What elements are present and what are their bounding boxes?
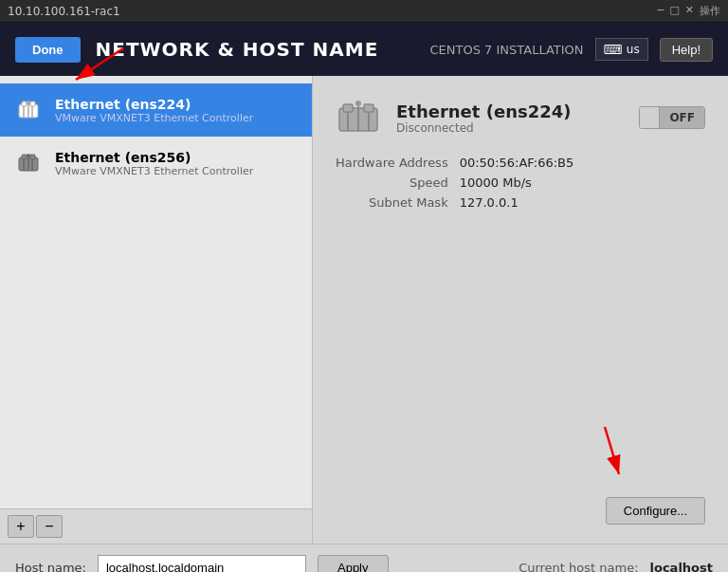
apply-button[interactable]: Apply xyxy=(318,555,389,572)
configure-arrow-svg xyxy=(567,422,643,489)
keyboard-selector[interactable]: ⌨ us xyxy=(595,38,648,61)
page-title: NETWORK & HOST NAME xyxy=(96,38,379,61)
device-icon xyxy=(336,95,381,140)
network-item-ens256[interactable]: Ethernet (ens256) VMware VMXNET3 Etherne… xyxy=(0,137,312,190)
svg-point-21 xyxy=(355,101,361,106)
toggle-off[interactable]: OFF xyxy=(660,107,704,128)
annotation-arrow-configure xyxy=(567,422,643,491)
svg-rect-11 xyxy=(30,155,35,159)
left-panel: Ethernet (ens224) VMware VMXNET3 Etherne… xyxy=(0,76,313,544)
item-text-ens256: Ethernet (ens256) VMware VMXNET3 Etherne… xyxy=(55,150,253,177)
current-hostname-label: Current host name: xyxy=(519,561,638,572)
list-controls: + − xyxy=(0,508,312,544)
device-details: Hardware Address 00:50:56:AF:66:B5 Speed… xyxy=(336,156,705,210)
current-hostname-value: localhost xyxy=(650,561,713,572)
item-text-ens224: Ethernet (ens224) VMware VMXNET3 Etherne… xyxy=(55,97,253,124)
device-info: Ethernet (ens224) Disconnected xyxy=(396,101,624,135)
keyboard-icon: ⌨ xyxy=(604,42,623,57)
minimize-icon[interactable]: ─ xyxy=(658,4,664,18)
operations-icon[interactable]: 操作 xyxy=(700,4,720,18)
hardware-address-label: Hardware Address xyxy=(336,156,448,170)
svg-rect-10 xyxy=(22,155,27,159)
help-button[interactable]: Help! xyxy=(660,38,713,62)
ethernet-icon-ens224 xyxy=(11,93,46,127)
svg-line-24 xyxy=(605,427,619,474)
header: Done NETWORK & HOST NAME CENTOS 7 INSTAL… xyxy=(0,23,728,76)
item-name-ens256: Ethernet (ens256) xyxy=(55,150,253,165)
svg-rect-4 xyxy=(30,101,35,106)
add-network-button[interactable]: + xyxy=(8,515,34,538)
title-icons: ─ □ ✕ 操作 xyxy=(658,4,720,18)
item-sub-ens256: VMware VMXNET3 Ethernet Controller xyxy=(55,165,253,177)
speed-label: Speed xyxy=(336,175,448,190)
device-status: Disconnected xyxy=(396,121,624,135)
subnet-mask-value: 127.0.0.1 xyxy=(460,195,705,210)
toggle-switch[interactable]: OFF xyxy=(639,106,705,129)
main-content: Ethernet (ens224) VMware VMXNET3 Etherne… xyxy=(0,76,728,544)
maximize-icon[interactable]: □ xyxy=(669,4,679,18)
svg-rect-3 xyxy=(22,101,27,106)
header-right: CENTOS 7 INSTALLATION ⌨ us Help! xyxy=(430,38,713,62)
network-list: Ethernet (ens224) VMware VMXNET3 Etherne… xyxy=(0,76,312,508)
right-panel: Ethernet (ens224) Disconnected OFF Hardw… xyxy=(313,76,728,544)
item-sub-ens224: VMware VMXNET3 Ethernet Controller xyxy=(55,112,253,124)
hardware-address-value: 00:50:56:AF:66:B5 xyxy=(460,156,705,170)
keyboard-locale: us xyxy=(627,43,640,56)
svg-rect-18 xyxy=(364,104,373,112)
close-icon[interactable]: ✕ xyxy=(685,4,694,18)
configure-button[interactable]: Configure... xyxy=(606,497,705,525)
subnet-mask-label: Subnet Mask xyxy=(336,195,448,210)
ethernet-icon-ens256 xyxy=(11,146,46,180)
done-button[interactable]: Done xyxy=(15,37,81,63)
device-header: Ethernet (ens224) Disconnected OFF xyxy=(336,95,705,140)
remove-network-button[interactable]: − xyxy=(36,515,63,538)
speed-value: 10000 Mb/s xyxy=(460,175,705,190)
device-name: Ethernet (ens224) xyxy=(396,101,624,121)
svg-point-7 xyxy=(27,101,30,104)
centos-label: CENTOS 7 INSTALLATION xyxy=(430,43,584,57)
title-bar: 10.10.100.161-rac1 ─ □ ✕ 操作 xyxy=(0,0,728,23)
network-item-ens224[interactable]: Ethernet (ens224) VMware VMXNET3 Etherne… xyxy=(0,83,312,137)
svg-rect-17 xyxy=(343,104,353,112)
hostname-label: Host name: xyxy=(15,561,86,572)
svg-point-14 xyxy=(27,154,30,157)
title-text: 10.10.100.161-rac1 xyxy=(8,5,658,18)
toggle-on[interactable] xyxy=(640,107,660,128)
item-name-ens224: Ethernet (ens224) xyxy=(55,97,253,112)
header-left: Done NETWORK & HOST NAME xyxy=(15,37,378,63)
bottom-bar: Host name: Apply Current host name: loca… xyxy=(0,544,728,572)
hostname-input[interactable] xyxy=(98,555,306,572)
